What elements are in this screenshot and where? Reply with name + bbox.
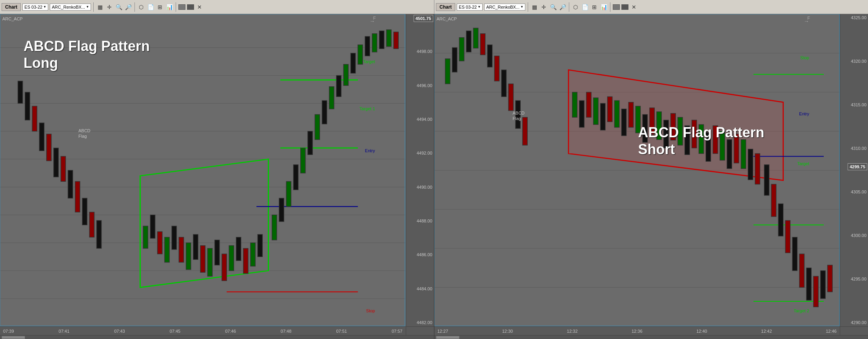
svg-rect-121 bbox=[792, 237, 797, 271]
right-zoom-out-icon[interactable]: 🔎 bbox=[559, 3, 567, 11]
right-price-0: 4325.00 bbox=[840, 16, 868, 20]
svg-rect-117 bbox=[764, 165, 769, 195]
right-candle-icon[interactable]: 📊 bbox=[600, 3, 608, 11]
svg-rect-51 bbox=[308, 131, 312, 155]
grid-icon[interactable]: ⊞ bbox=[156, 3, 164, 11]
right-crosshair-icon[interactable]: ✛ bbox=[540, 3, 548, 11]
svg-rect-27 bbox=[89, 212, 94, 237]
svg-rect-81 bbox=[466, 31, 471, 52]
svg-rect-84 bbox=[487, 45, 492, 67]
color-box-icon[interactable] bbox=[178, 4, 185, 10]
left-price-2: 4496.00 bbox=[406, 84, 434, 88]
svg-rect-35 bbox=[186, 243, 191, 270]
svg-rect-61 bbox=[380, 31, 384, 49]
color-box2-icon[interactable] bbox=[187, 4, 194, 10]
right-bar-chart-icon[interactable]: ▦ bbox=[530, 3, 538, 11]
svg-rect-52 bbox=[315, 115, 320, 140]
right-scrollbar-thumb[interactable] bbox=[436, 336, 459, 339]
svg-rect-22 bbox=[54, 148, 58, 177]
svg-rect-126 bbox=[827, 265, 832, 292]
right-zoom-in-icon[interactable]: 🔍 bbox=[549, 3, 557, 11]
sep6 bbox=[610, 2, 610, 12]
svg-rect-120 bbox=[785, 221, 790, 253]
svg-rect-39 bbox=[215, 240, 220, 265]
left-pattern-title: ABCD Flag Pattern Long bbox=[24, 38, 150, 71]
svg-rect-29 bbox=[143, 226, 148, 248]
svg-rect-38 bbox=[207, 248, 212, 276]
left-time-6: 07:51 bbox=[336, 329, 347, 334]
right-arrow-right-icon: → bbox=[804, 18, 809, 24]
left-arrow-right-icon: → bbox=[370, 18, 375, 24]
right-price-1: 4320.00 bbox=[840, 59, 868, 64]
zoom-out-icon[interactable]: 🔎 bbox=[124, 3, 132, 11]
svg-rect-50 bbox=[301, 148, 305, 173]
left-chart-tab[interactable]: Chart bbox=[2, 3, 21, 11]
right-time-4: 12:40 bbox=[696, 329, 707, 334]
svg-rect-123 bbox=[806, 268, 811, 300]
svg-rect-98 bbox=[628, 102, 633, 128]
bar-chart-icon[interactable]: ▦ bbox=[96, 3, 104, 11]
svg-rect-91 bbox=[579, 100, 584, 127]
left-stop-label: Stop bbox=[366, 308, 375, 313]
left-bottom: 07:39 07:41 07:43 07:45 07:46 07:48 07:5… bbox=[0, 326, 434, 335]
svg-rect-31 bbox=[158, 231, 162, 254]
left-indicator-dropdown[interactable]: ARC_RenkoBX... bbox=[50, 4, 91, 11]
right-chart-panel: ARC_ACP F → ABCD Flag Pattern Short ABCD… bbox=[434, 14, 868, 339]
left-indicator-label: ARC_ACP bbox=[2, 16, 23, 21]
svg-rect-53 bbox=[322, 100, 327, 124]
left-scrollbar-thumb[interactable] bbox=[2, 336, 25, 339]
svg-rect-85 bbox=[494, 56, 499, 81]
left-scrollbar[interactable] bbox=[0, 335, 434, 339]
svg-rect-60 bbox=[372, 34, 377, 52]
svg-rect-80 bbox=[459, 38, 464, 61]
svg-rect-32 bbox=[165, 237, 169, 262]
svg-rect-28 bbox=[96, 221, 101, 248]
svg-rect-36 bbox=[193, 234, 198, 259]
svg-rect-59 bbox=[365, 36, 370, 56]
left-time-axis: 07:39 07:41 07:43 07:45 07:46 07:48 07:5… bbox=[0, 326, 406, 335]
left-target1-label: Target 1 bbox=[360, 106, 375, 111]
close-icon[interactable]: ✕ bbox=[196, 3, 203, 11]
svg-rect-46 bbox=[272, 215, 277, 240]
sep5 bbox=[569, 2, 569, 12]
svg-rect-49 bbox=[293, 165, 298, 190]
left-symbol-dropdown[interactable]: ES 03-22 bbox=[22, 4, 48, 11]
charts-area: ARC_ACP F → ABCD Flag Pattern Long ABCDF… bbox=[0, 14, 868, 339]
left-chart-body[interactable]: ARC_ACP F → ABCD Flag Pattern Long ABCDF… bbox=[0, 14, 406, 326]
cursor-icon[interactable]: ⬡ bbox=[137, 3, 145, 11]
left-current-price: 4501.75 bbox=[414, 15, 433, 22]
left-time-labels: 07:39 07:41 07:43 07:45 07:46 07:48 07:5… bbox=[0, 329, 406, 334]
candle-icon[interactable]: 📊 bbox=[165, 3, 173, 11]
right-cursor-icon[interactable]: ⬡ bbox=[572, 3, 579, 11]
page-icon[interactable]: 📄 bbox=[147, 3, 154, 11]
right-chart-body[interactable]: ARC_ACP F → ABCD Flag Pattern Short ABCD… bbox=[434, 14, 840, 326]
crosshair-icon[interactable]: ✛ bbox=[105, 3, 113, 11]
right-grid-icon[interactable]: ⊞ bbox=[590, 3, 598, 11]
right-price-7: 4290.00 bbox=[840, 321, 868, 325]
left-time-2: 07:43 bbox=[114, 329, 125, 334]
right-chart-tab[interactable]: Chart bbox=[436, 3, 455, 11]
svg-rect-90 bbox=[572, 92, 577, 117]
right-scrollbar[interactable] bbox=[434, 335, 868, 339]
right-color-box-icon[interactable] bbox=[613, 4, 620, 10]
svg-rect-63 bbox=[394, 32, 398, 49]
right-page-icon[interactable]: 📄 bbox=[581, 3, 589, 11]
svg-rect-21 bbox=[47, 134, 51, 161]
left-price-9: 4482.00 bbox=[406, 321, 434, 325]
svg-rect-47 bbox=[279, 198, 284, 222]
svg-rect-78 bbox=[445, 59, 450, 84]
left-chart-panel: ARC_ACP F → ABCD Flag Pattern Long ABCDF… bbox=[0, 14, 434, 339]
svg-rect-48 bbox=[286, 181, 291, 206]
right-bottom: 12:27 12:30 12:32 12:36 12:40 12:42 12:4… bbox=[434, 326, 868, 335]
right-time-corner bbox=[840, 326, 868, 335]
right-toolbar: Chart ES 03-22 ARC_RenkoBX... ▦ ✛ 🔍 🔎 ⬡ … bbox=[434, 0, 868, 14]
zoom-in-icon[interactable]: 🔍 bbox=[115, 3, 123, 11]
svg-rect-62 bbox=[387, 30, 391, 47]
right-indicator-dropdown[interactable]: ARC_RenkoBX... bbox=[484, 4, 525, 11]
left-time-5: 07:48 bbox=[281, 329, 292, 334]
right-close-icon[interactable]: ✕ bbox=[630, 3, 638, 11]
svg-rect-122 bbox=[799, 254, 804, 287]
right-color-box2-icon[interactable] bbox=[621, 4, 628, 10]
sep2 bbox=[134, 2, 135, 12]
right-symbol-dropdown[interactable]: ES 03-22 bbox=[457, 4, 483, 11]
